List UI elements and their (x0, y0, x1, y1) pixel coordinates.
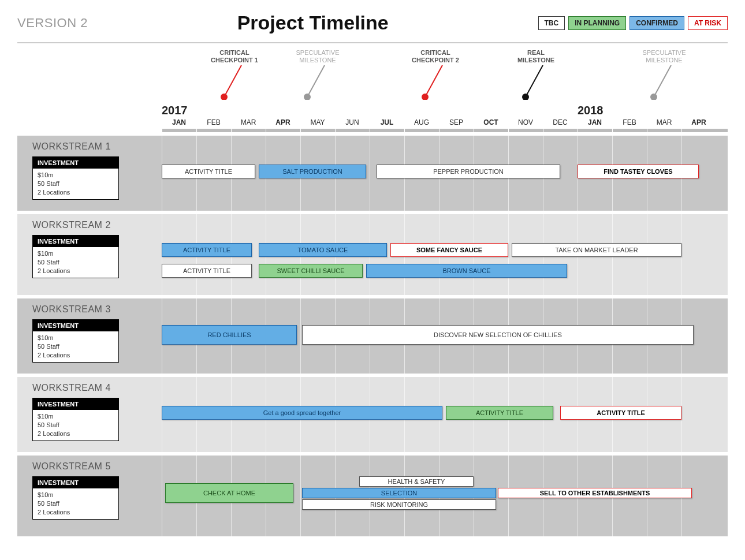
milestone-marker-icon (217, 65, 252, 100)
workstream-side: WORKSTREAM 1INVESTMENT$10m 50 Staff 2 Lo… (17, 136, 162, 211)
timeline-header: 20172018 JANFEBMARAPRMAYJUNJULAUGSEPOCTN… (162, 49, 728, 136)
legend-confirmed: CONFIRMED (629, 16, 684, 30)
month-mar: MAR (647, 118, 681, 126)
workstream-3: WORKSTREAM 3INVESTMENT$10m 50 Staff 2 Lo… (17, 298, 728, 374)
milestone-marker-icon (300, 65, 335, 100)
page-title: Project Timeline (237, 12, 389, 34)
milestone-critical: CRITICAL CHECKPOINT 1 (200, 49, 269, 100)
milestone-real: REAL MILESTONE (501, 49, 571, 100)
month-dec: DEC (543, 118, 578, 126)
milestone-label: SPECULATIVE MILESTONE (283, 49, 352, 64)
workstream-body: Get a good spread togetherACTIVITY TITLE… (162, 377, 728, 452)
investment-header: INVESTMENT (33, 320, 118, 331)
activity-bar[interactable]: SELECTION (302, 488, 496, 498)
year-2017: 2017 (162, 104, 196, 117)
activity-bar[interactable]: FIND TASTEY CLOVES (578, 165, 699, 178)
month-jun: JUN (335, 118, 370, 126)
workstream-side: WORKSTREAM 5INVESTMENT$10m 50 Staff 2 Lo… (17, 456, 162, 536)
svg-line-4 (425, 65, 442, 97)
activity-bar[interactable]: DISCOVER NEW SELECTION OF CHILLIES (302, 325, 694, 345)
investment-box: INVESTMENT$10m 50 Staff 2 Locations (32, 319, 119, 363)
svg-point-1 (221, 94, 228, 100)
activity-bar[interactable]: TAKE ON MARKET LEADER (512, 243, 681, 257)
activity-label: RISK MONITORING (367, 501, 431, 508)
activity-bar[interactable]: SALT PRODUCTION (259, 165, 366, 178)
investment-header: INVESTMENT (33, 398, 118, 410)
investment-box: INVESTMENT$10m 50 Staff 2 Locations (32, 476, 119, 520)
activity-label: TOMATO SAUCE (295, 247, 352, 253)
activity-bar[interactable]: HEALTH & SAFETY (359, 476, 474, 487)
activity-label: FIND TASTEY CLOVES (600, 168, 676, 175)
investment-header: INVESTMENT (33, 157, 118, 169)
activity-bar[interactable]: Get a good spread together (162, 406, 442, 420)
activity-bar[interactable]: TOMATO SAUCE (259, 243, 387, 257)
activity-label: SELL TO OTHER ESTABLISHMENTS (537, 490, 654, 496)
activity-bar[interactable]: ACTIVITY TITLE (162, 264, 252, 278)
activity-label: CHECK AT HOME (200, 490, 259, 496)
month-nov: NOV (508, 118, 543, 126)
workstream-5: WORKSTREAM 5INVESTMENT$10m 50 Staff 2 Lo… (17, 456, 728, 536)
month-jan: JAN (578, 118, 612, 126)
workstream-title: WORKSTREAM 5 (32, 461, 154, 472)
activity-bar[interactable]: PEPPER PRODUCTION (377, 165, 560, 178)
workstream-side: WORKSTREAM 4INVESTMENT$10m 50 Staff 2 Lo… (17, 377, 162, 452)
svg-point-9 (650, 94, 657, 100)
workstream-2: WORKSTREAM 2INVESTMENT$10m 50 Staff 2 Lo… (17, 214, 728, 295)
month-apr: APR (266, 118, 300, 126)
milestone-label: CRITICAL CHECKPOINT 2 (401, 49, 470, 64)
investment-body: $10m 50 Staff 2 Locations (33, 331, 118, 362)
month-apr: APR (681, 118, 716, 126)
milestone-label: SPECULATIVE MILESTONE (629, 49, 699, 64)
activity-bar[interactable]: SELL TO OTHER ESTABLISHMENTS (498, 488, 692, 498)
workstream-1: WORKSTREAM 1INVESTMENT$10m 50 Staff 2 Lo… (17, 136, 728, 211)
legend-in-planning: IN PLANNING (568, 16, 626, 30)
version-label: VERSION 2 (17, 16, 88, 31)
workstream-title: WORKSTREAM 4 (32, 383, 154, 393)
activity-bar[interactable]: ACTIVITY TITLE (162, 243, 252, 257)
workstream-body: HEALTH & SAFETYCHECK AT HOMESELECTIONSEL… (162, 456, 728, 536)
activity-bar[interactable]: SWEET CHILLI SAUCE (259, 264, 363, 278)
workstream-body: ACTIVITY TITLESALT PRODUCTIONPEPPER PROD… (162, 136, 728, 211)
activity-label: SOME FANCY SAUCE (413, 247, 486, 253)
workstream-title: WORKSTREAM 3 (32, 304, 154, 315)
activity-label: RED CHILLIES (204, 331, 254, 338)
month-may: MAY (300, 118, 335, 126)
activity-bar[interactable]: CHECK AT HOME (165, 483, 293, 503)
activity-label: SWEET CHILLI SAUCE (273, 267, 348, 274)
activity-bar[interactable]: RISK MONITORING (302, 499, 496, 510)
workstream-body: ACTIVITY TITLETOMATO SAUCESOME FANCY SAU… (162, 214, 728, 295)
workstream-body: RED CHILLIESDISCOVER NEW SELECTION OF CH… (162, 298, 728, 374)
activity-bar[interactable]: ACTIVITY TITLE (162, 165, 255, 178)
legend-at-risk: AT RISK (688, 16, 728, 30)
activity-label: HEALTH & SAFETY (385, 478, 449, 485)
activity-bar[interactable]: BROWN SAUCE (366, 264, 567, 278)
activity-bar[interactable]: ACTIVITY TITLE (446, 406, 553, 420)
legend-tbc: TBC (538, 16, 565, 30)
svg-point-5 (422, 94, 429, 100)
month-mar: MAR (231, 118, 266, 126)
activity-label: ACTIVITY TITLE (593, 409, 649, 416)
investment-body: $10m 50 Staff 2 Locations (33, 247, 118, 278)
workstream-side: WORKSTREAM 2INVESTMENT$10m 50 Staff 2 Lo… (17, 214, 162, 295)
activity-bar[interactable]: ACTIVITY TITLE (560, 406, 681, 420)
activity-bar[interactable]: SOME FANCY SAUCE (390, 243, 508, 257)
activity-label: TAKE ON MARKET LEADER (552, 247, 641, 253)
svg-line-2 (307, 65, 325, 97)
investment-box: INVESTMENT$10m 50 Staff 2 Locations (32, 235, 119, 278)
month-feb: FEB (612, 118, 647, 126)
month-feb: FEB (196, 118, 231, 126)
activity-label: SALT PRODUCTION (279, 168, 346, 175)
activity-label: ACTIVITY TITLE (181, 168, 236, 175)
svg-point-7 (522, 94, 529, 100)
chart-area: 20172018 JANFEBMARAPRMAYJUNJULAUGSEPOCTN… (17, 49, 728, 536)
workstream-4: WORKSTREAM 4INVESTMENT$10m 50 Staff 2 Lo… (17, 377, 728, 452)
month-sep: SEP (439, 118, 474, 126)
activity-label: BROWN SAUCE (439, 267, 494, 274)
investment-body: $10m 50 Staff 2 Locations (33, 410, 118, 440)
activity-label: DISCOVER NEW SELECTION OF CHILLIES (430, 331, 565, 338)
header: VERSION 2 Project Timeline TBCIN PLANNIN… (17, 12, 728, 43)
milestone-speculative: SPECULATIVE MILESTONE (283, 49, 352, 100)
activity-label: Get a good spread together (260, 409, 345, 416)
activity-bar[interactable]: RED CHILLIES (162, 325, 297, 345)
svg-line-0 (224, 65, 241, 97)
